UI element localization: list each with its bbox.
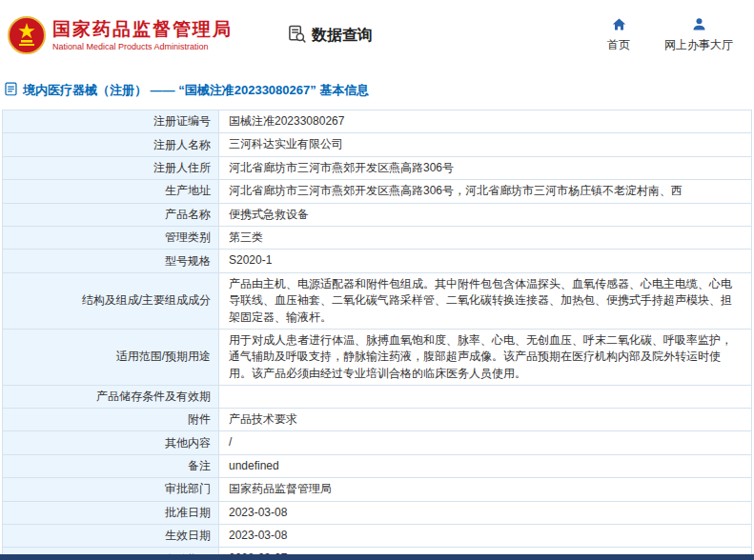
info-table: 注册证编号国械注准20233080267注册人名称三河科达实业有限公司注册人住所… bbox=[2, 110, 752, 560]
agency-names: 国家药品监督管理局 National Medical Products Admi… bbox=[52, 19, 233, 51]
person-icon bbox=[692, 17, 706, 34]
info-table-body: 注册证编号国械注准20233080267注册人名称三河科达实业有限公司注册人住所… bbox=[3, 110, 752, 560]
table-row: 审批部门国家药品监督管理局 bbox=[3, 478, 752, 501]
row-value: 国家药品监督管理局 bbox=[219, 478, 752, 501]
table-row: 批准日期2023-03-08 bbox=[3, 501, 752, 524]
row-label: 注册人住所 bbox=[3, 156, 219, 179]
row-label: 产品名称 bbox=[3, 203, 219, 226]
row-value: 产品由主机、电源适配器和附件包组成。其中附件包包含体温探头、血氧传感器、心电主电… bbox=[219, 272, 752, 329]
row-label: 备注 bbox=[3, 454, 219, 477]
table-row: 注册人住所河北省廊坊市三河市燕郊开发区燕高路306号 bbox=[3, 156, 752, 179]
data-query-icon bbox=[288, 25, 306, 47]
top-nav: 首页 网上办事大厅 bbox=[607, 17, 733, 53]
row-label: 注册人名称 bbox=[3, 133, 219, 156]
row-value: 国械注准20233080267 bbox=[219, 110, 752, 133]
row-label: 其他内容 bbox=[3, 431, 219, 454]
nav-home[interactable]: 首页 bbox=[607, 17, 630, 53]
row-label: 产品储存条件及有效期 bbox=[3, 386, 219, 409]
table-row: 生产地址河北省廊坊市三河市燕郊开发区燕高路306号，河北省廊坊市三河市杨庄镇不老… bbox=[3, 180, 752, 203]
site-header: 国家药品监督管理局 National Medical Products Admi… bbox=[0, 0, 754, 70]
page-title: 境内医疗器械（注册） —— “国械注准20233080267” 基本信息 bbox=[23, 82, 369, 99]
row-value: 三河科达实业有限公司 bbox=[219, 133, 752, 156]
table-row: 型号规格S2020-1 bbox=[3, 250, 752, 272]
home-icon bbox=[612, 17, 626, 34]
row-label: 结构及组成/主要组成成分 bbox=[3, 272, 219, 329]
row-label: 管理类别 bbox=[3, 226, 219, 249]
row-value: 2023-03-08 bbox=[219, 501, 752, 524]
table-row: 产品名称便携式急救设备 bbox=[3, 203, 752, 226]
table-row: 注册证编号国械注准20233080267 bbox=[3, 110, 752, 133]
national-emblem-icon bbox=[8, 16, 46, 54]
row-label: 批准日期 bbox=[3, 501, 219, 524]
agency-name-en: National Medical Products Administration bbox=[52, 42, 233, 51]
footer-bar bbox=[0, 554, 754, 560]
table-row: 注册人名称三河科达实业有限公司 bbox=[3, 133, 752, 156]
data-query-section: 数据查询 bbox=[288, 25, 373, 47]
table-row: 适用范围/预期用途用于对成人患者进行体温、脉搏血氧饱和度、脉率、心电、无创血压、… bbox=[3, 329, 752, 385]
row-value: S2020-1 bbox=[219, 250, 752, 272]
agency-logo[interactable]: 国家药品监督管理局 National Medical Products Admi… bbox=[8, 16, 233, 54]
table-row: 其他内容/ bbox=[3, 431, 752, 454]
table-row: 结构及组成/主要组成成分产品由主机、电源适配器和附件包组成。其中附件包包含体温探… bbox=[3, 272, 752, 329]
row-value: 河北省廊坊市三河市燕郊开发区燕高路306号，河北省廊坊市三河市杨庄镇不老淀村南、… bbox=[219, 180, 752, 203]
data-query-label: 数据查询 bbox=[312, 26, 373, 46]
row-value: 用于对成人患者进行体温、脉搏血氧饱和度、脉率、心电、无创血压、呼末二氧化碳、呼吸… bbox=[219, 329, 752, 385]
nav-service-hall-label: 网上办事大厅 bbox=[664, 37, 733, 53]
row-value bbox=[219, 386, 752, 409]
row-value: 第三类 bbox=[219, 226, 752, 249]
row-label: 型号规格 bbox=[3, 250, 219, 272]
table-row: 管理类别第三类 bbox=[3, 226, 752, 249]
row-label: 注册证编号 bbox=[3, 110, 219, 133]
agency-name-cn: 国家药品监督管理局 bbox=[52, 19, 233, 40]
row-value: 便携式急救设备 bbox=[219, 203, 752, 226]
row-label: 审批部门 bbox=[3, 478, 219, 501]
row-value: 产品技术要求 bbox=[219, 409, 752, 431]
row-label: 生产地址 bbox=[3, 180, 219, 203]
table-row: 附件产品技术要求 bbox=[3, 409, 752, 431]
table-row: 产品储存条件及有效期 bbox=[3, 386, 752, 409]
nav-service-hall[interactable]: 网上办事大厅 bbox=[664, 17, 733, 53]
row-label: 附件 bbox=[3, 409, 219, 431]
row-value: / bbox=[219, 431, 752, 454]
breadcrumb: 境内医疗器械（注册） —— “国械注准20233080267” 基本信息 bbox=[0, 70, 754, 108]
row-label: 生效日期 bbox=[3, 525, 219, 548]
row-label: 适用范围/预期用途 bbox=[3, 329, 219, 385]
page: 国家药品监督管理局 National Medical Products Admi… bbox=[0, 0, 754, 560]
table-row: 生效日期2023-03-08 bbox=[3, 525, 752, 548]
table-row: 备注undefined bbox=[3, 454, 752, 477]
nav-home-label: 首页 bbox=[607, 37, 630, 53]
row-value: undefined bbox=[219, 454, 752, 477]
row-value: 2023-03-08 bbox=[219, 525, 752, 548]
row-value: 河北省廊坊市三河市燕郊开发区燕高路306号 bbox=[219, 156, 752, 179]
document-icon bbox=[5, 82, 17, 99]
